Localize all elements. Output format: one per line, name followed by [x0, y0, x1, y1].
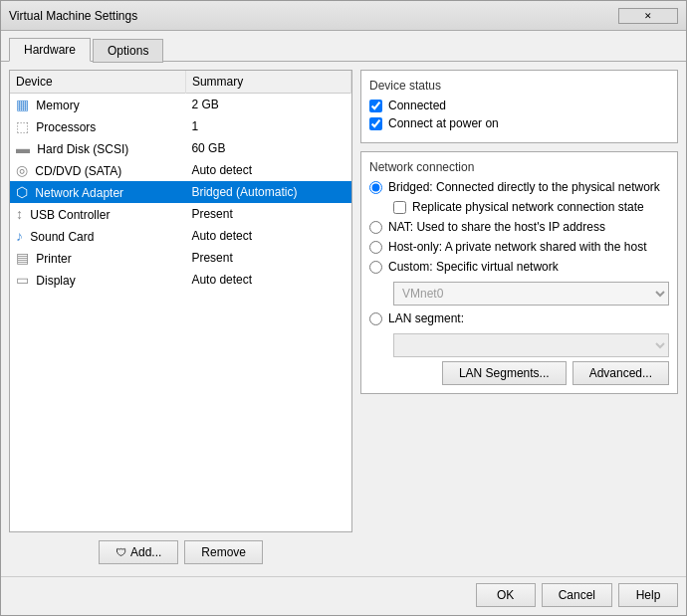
- lan-segments-button[interactable]: LAN Segments...: [442, 361, 567, 385]
- device-summary: Present: [185, 247, 350, 269]
- power-on-row: Connect at power on: [369, 116, 669, 130]
- remove-button[interactable]: Remove: [184, 540, 263, 564]
- bridged-label: Bridged: Connected directly to the physi…: [388, 180, 660, 194]
- device-name: Network Adapter: [35, 186, 123, 200]
- table-row[interactable]: ▭ Display Auto detect: [10, 269, 351, 291]
- lan-radio[interactable]: [369, 312, 382, 325]
- table-row[interactable]: ▤ Printer Present: [10, 247, 351, 269]
- device-name: Processors: [36, 120, 96, 134]
- custom-dropdown-row: VMnet0: [393, 282, 669, 306]
- device-summary: Auto detect: [185, 225, 350, 247]
- host-only-label: Host-only: A private network shared with…: [388, 240, 646, 254]
- usb-icon: ↕: [16, 206, 23, 222]
- advanced-button[interactable]: Advanced...: [572, 361, 669, 385]
- sound-icon: ♪: [16, 228, 23, 244]
- replicate-row: Replicate physical network connection st…: [393, 200, 669, 214]
- table-row[interactable]: ♪ Sound Card Auto detect: [10, 225, 351, 247]
- device-name: Memory: [36, 99, 79, 112]
- table-row[interactable]: ⬚ Processors 1: [10, 115, 351, 137]
- device-summary: Present: [185, 203, 350, 225]
- network-connection-title: Network connection: [369, 160, 669, 174]
- nat-radio[interactable]: [369, 221, 382, 234]
- lan-dropdown[interactable]: [393, 333, 669, 357]
- tab-hardware[interactable]: Hardware: [9, 38, 91, 62]
- device-summary: Auto detect: [185, 269, 350, 291]
- display-icon: ▭: [16, 272, 29, 288]
- bridged-row: Bridged: Connected directly to the physi…: [369, 180, 669, 194]
- lan-label: LAN segment:: [388, 311, 464, 325]
- nat-label: NAT: Used to share the host's IP address: [388, 220, 605, 234]
- lan-dropdown-row: [393, 333, 669, 357]
- connected-row: Connected: [369, 99, 669, 112]
- device-name: Printer: [36, 252, 71, 266]
- close-button[interactable]: ✕: [618, 8, 678, 24]
- bottom-buttons: OK Cancel Help: [1, 576, 686, 615]
- table-row[interactable]: ↕ USB Controller Present: [10, 203, 351, 225]
- printer-icon: ▤: [16, 250, 29, 266]
- network-buttons: LAN Segments... Advanced...: [369, 361, 669, 385]
- connect-power-on-label: Connect at power on: [388, 116, 499, 130]
- device-table: Device Summary ▦ Memory 2 GB ⬚ Processor…: [10, 71, 351, 291]
- device-status-group: Device status Connected Connect at power…: [360, 70, 678, 143]
- left-panel: Device Summary ▦ Memory 2 GB ⬚ Processor…: [9, 70, 352, 568]
- device-name: Display: [36, 274, 75, 288]
- connect-power-on-checkbox[interactable]: [369, 117, 382, 130]
- tab-options[interactable]: Options: [93, 39, 163, 63]
- cancel-button[interactable]: Cancel: [542, 583, 612, 607]
- right-panel: Device status Connected Connect at power…: [360, 70, 678, 568]
- nat-row: NAT: Used to share the host's IP address: [369, 220, 669, 234]
- bridged-radio[interactable]: [369, 181, 382, 194]
- connected-label: Connected: [388, 99, 446, 112]
- custom-radio[interactable]: [369, 261, 382, 274]
- title-bar-controls: ✕: [618, 8, 678, 24]
- col-device: Device: [10, 71, 185, 94]
- tabs-bar: Hardware Options: [1, 31, 686, 62]
- col-summary: Summary: [185, 71, 350, 94]
- device-summary: Auto detect: [185, 159, 350, 181]
- replicate-checkbox[interactable]: [393, 201, 406, 214]
- device-status-title: Device status: [369, 79, 669, 93]
- net-icon: ⬡: [16, 184, 28, 200]
- custom-row: Custom: Specific virtual network: [369, 260, 669, 274]
- device-summary: 2 GB: [185, 94, 350, 116]
- memory-icon: ▦: [16, 97, 29, 112]
- network-connection-group: Network connection Bridged: Connected di…: [360, 151, 678, 394]
- table-row[interactable]: ▬ Hard Disk (SCSI) 60 GB: [10, 137, 351, 159]
- device-name: CD/DVD (SATA): [35, 164, 121, 178]
- cd-icon: ◎: [16, 162, 28, 178]
- device-name: Hard Disk (SCSI): [37, 142, 128, 156]
- device-table-container: Device Summary ▦ Memory 2 GB ⬚ Processor…: [9, 70, 352, 532]
- connected-checkbox[interactable]: [369, 100, 382, 112]
- table-row[interactable]: ◎ CD/DVD (SATA) Auto detect: [10, 159, 351, 181]
- add-button[interactable]: 🛡 Add...: [99, 540, 178, 564]
- hdd-icon: ▬: [16, 140, 30, 156]
- device-summary: 60 GB: [185, 137, 350, 159]
- shield-icon: 🛡: [115, 546, 126, 558]
- table-row[interactable]: ⬡ Network Adapter Bridged (Automatic): [10, 181, 351, 203]
- replicate-label: Replicate physical network connection st…: [412, 200, 644, 214]
- table-row[interactable]: ▦ Memory 2 GB: [10, 94, 351, 116]
- virtual-machine-settings-window: Virtual Machine Settings ✕ Hardware Opti…: [0, 0, 687, 616]
- window-title: Virtual Machine Settings: [9, 9, 137, 23]
- help-button[interactable]: Help: [618, 583, 678, 607]
- cpu-icon: ⬚: [16, 118, 29, 134]
- left-buttons: 🛡 Add... Remove: [9, 536, 352, 568]
- device-summary: 1: [185, 115, 350, 137]
- custom-label: Custom: Specific virtual network: [388, 260, 559, 274]
- device-name: USB Controller: [30, 208, 110, 222]
- device-summary: Bridged (Automatic): [185, 181, 350, 203]
- main-content: Device Summary ▦ Memory 2 GB ⬚ Processor…: [1, 62, 686, 576]
- lan-row: LAN segment:: [369, 311, 669, 325]
- radio-section: Bridged: Connected directly to the physi…: [369, 180, 669, 357]
- device-name: Sound Card: [30, 230, 94, 244]
- ok-button[interactable]: OK: [476, 583, 536, 607]
- host-only-row: Host-only: A private network shared with…: [369, 240, 669, 254]
- title-bar: Virtual Machine Settings ✕: [1, 1, 686, 31]
- host-only-radio[interactable]: [369, 241, 382, 254]
- custom-dropdown[interactable]: VMnet0: [393, 282, 669, 306]
